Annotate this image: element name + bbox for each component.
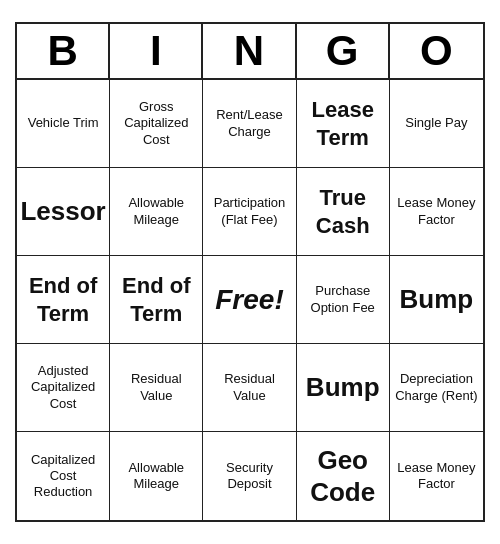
bingo-letter-i: I	[110, 24, 203, 78]
cell-text-15: Adjusted Capitalized Cost	[20, 363, 106, 412]
bingo-header: BINGO	[17, 24, 483, 80]
bingo-cell-8: True Cash	[297, 168, 390, 256]
bingo-cell-13: Purchase Option Fee	[297, 256, 390, 344]
cell-text-11: End of Term	[113, 272, 199, 327]
cell-text-21: Allowable Mileage	[113, 460, 199, 493]
cell-text-4: Single Pay	[405, 115, 467, 131]
cell-text-13: Purchase Option Fee	[300, 283, 386, 316]
bingo-cell-7: Participation (Flat Fee)	[203, 168, 296, 256]
bingo-cell-3: Lease Term	[297, 80, 390, 168]
bingo-letter-g: G	[297, 24, 390, 78]
bingo-cell-11: End of Term	[110, 256, 203, 344]
cell-text-10: End of Term	[20, 272, 106, 327]
bingo-cell-24: Lease Money Factor	[390, 432, 483, 520]
bingo-cell-15: Adjusted Capitalized Cost	[17, 344, 110, 432]
cell-text-19: Depreciation Charge (Rent)	[393, 371, 480, 404]
cell-text-0: Vehicle Trim	[28, 115, 99, 131]
bingo-cell-23: Geo Code	[297, 432, 390, 520]
cell-text-17: Residual Value	[206, 371, 292, 404]
cell-text-22: Security Deposit	[206, 460, 292, 493]
bingo-letter-o: O	[390, 24, 483, 78]
bingo-cell-6: Allowable Mileage	[110, 168, 203, 256]
bingo-cell-10: End of Term	[17, 256, 110, 344]
bingo-cell-5: Lessor	[17, 168, 110, 256]
bingo-cell-2: Rent/Lease Charge	[203, 80, 296, 168]
cell-text-7: Participation (Flat Fee)	[206, 195, 292, 228]
cell-text-20: Capitalized Cost Reduction	[20, 452, 106, 501]
bingo-cell-16: Residual Value	[110, 344, 203, 432]
bingo-cell-21: Allowable Mileage	[110, 432, 203, 520]
cell-text-6: Allowable Mileage	[113, 195, 199, 228]
bingo-cell-1: Gross Capitalized Cost	[110, 80, 203, 168]
cell-text-14: Bump	[400, 283, 474, 316]
bingo-cell-14: Bump	[390, 256, 483, 344]
cell-text-5: Lessor	[20, 195, 105, 228]
bingo-grid: Vehicle TrimGross Capitalized CostRent/L…	[17, 80, 483, 520]
cell-text-2: Rent/Lease Charge	[206, 107, 292, 140]
bingo-letter-n: N	[203, 24, 296, 78]
bingo-cell-19: Depreciation Charge (Rent)	[390, 344, 483, 432]
bingo-cell-0: Vehicle Trim	[17, 80, 110, 168]
bingo-cell-12: Free!	[203, 256, 296, 344]
bingo-cell-9: Lease Money Factor	[390, 168, 483, 256]
bingo-cell-17: Residual Value	[203, 344, 296, 432]
cell-text-12: Free!	[215, 282, 283, 317]
bingo-letter-b: B	[17, 24, 110, 78]
bingo-cell-18: Bump	[297, 344, 390, 432]
cell-text-1: Gross Capitalized Cost	[113, 99, 199, 148]
cell-text-3: Lease Term	[300, 96, 386, 151]
bingo-cell-20: Capitalized Cost Reduction	[17, 432, 110, 520]
bingo-cell-4: Single Pay	[390, 80, 483, 168]
bingo-card: BINGO Vehicle TrimGross Capitalized Cost…	[15, 22, 485, 522]
cell-text-18: Bump	[306, 371, 380, 404]
cell-text-9: Lease Money Factor	[393, 195, 480, 228]
bingo-cell-22: Security Deposit	[203, 432, 296, 520]
cell-text-16: Residual Value	[113, 371, 199, 404]
cell-text-8: True Cash	[300, 184, 386, 239]
cell-text-24: Lease Money Factor	[393, 460, 480, 493]
cell-text-23: Geo Code	[300, 444, 386, 509]
